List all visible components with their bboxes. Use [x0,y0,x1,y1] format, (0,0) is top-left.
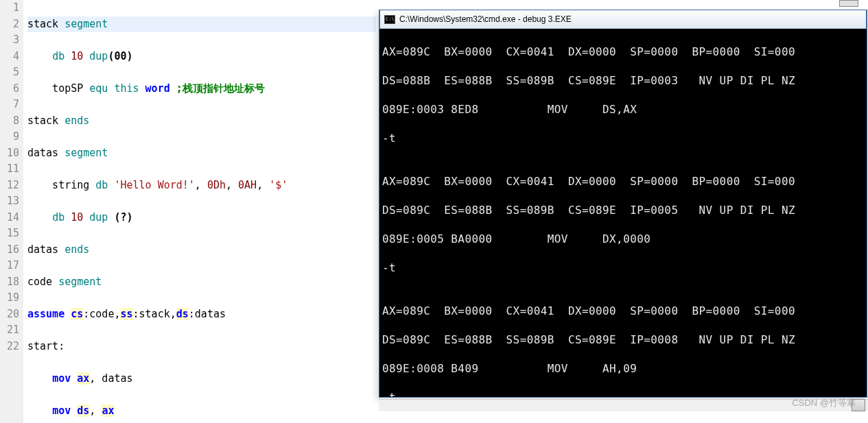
line-number: 22 [0,339,19,355]
console-line: -t [382,390,864,397]
code-editor[interactable]: 1 2 3 4 5 6 7 8 9 10 11 12 13 14 15 16 1… [0,0,376,423]
line-number: 16 [0,242,19,258]
code-line[interactable]: start: [27,339,376,355]
code-line[interactable]: stack ends [27,113,376,130]
line-number: 11 [0,161,19,178]
line-number: 8 [0,113,19,130]
console-line: 089E:0005 BA0000 MOV DX,0000 [382,232,864,246]
code-line[interactable]: db 10 dup(00) [27,49,376,65]
code-line[interactable]: code segment [27,274,376,291]
console-line: AX=089C BX=0000 CX=0041 DX=0000 SP=0000 … [382,45,864,59]
watermark-text: CSDN @竹等寒 [792,397,856,409]
close-button-fragment[interactable] [839,0,858,7]
line-number: 9 [0,129,19,145]
code-line[interactable]: stack segment [27,16,376,33]
line-number: 12 [0,178,19,194]
line-number: 10 [0,145,19,162]
code-line[interactable]: mov ax, datas [27,371,376,387]
console-line: -t [382,261,864,275]
line-number: 1 [0,0,19,16]
code-line[interactable]: assume cs:code,ss:stack,ds:datas [27,306,376,323]
cmd-titlebar[interactable]: C:\Windows\System32\cmd.exe - debug 3.EX… [379,10,867,29]
console-line: DS=089C ES=088B SS=089B CS=089E IP=0005 … [382,203,864,217]
line-number: 14 [0,210,19,226]
console-line: DS=088B ES=088B SS=089B CS=089E IP=0003 … [382,73,864,88]
line-number: 13 [0,193,19,210]
code-area[interactable]: stack segment db 10 dup(00) topSP equ th… [23,0,376,423]
console-line: 089E:0003 8ED8 MOV DS,AX [382,102,864,117]
line-number: 15 [0,226,19,242]
console-line: 089E:0008 B409 MOV AH,09 [382,361,864,376]
code-line[interactable]: mov ds, ax [27,403,376,420]
line-number: 7 [0,97,19,113]
line-number: 17 [0,258,19,274]
line-number: 21 [0,322,19,339]
code-line[interactable]: string db 'Hello Word!', 0Dh, 0AH, '$' [27,178,376,194]
line-number: 4 [0,49,19,65]
code-line[interactable]: topSP equ this word ;栈顶指针地址标号 [27,81,376,97]
line-number: 2 [0,16,19,33]
line-number: 19 [0,290,19,306]
console-line: AX=089C BX=0000 CX=0041 DX=0000 SP=0000 … [382,174,864,189]
cmd-icon [384,15,395,24]
console-line: DS=089C ES=088B SS=089B CS=089E IP=0008 … [382,333,864,347]
line-number: 18 [0,274,19,291]
line-number: 3 [0,32,19,49]
console-line: -t [382,131,864,145]
cmd-title: C:\Windows\System32\cmd.exe - debug 3.EX… [399,14,572,24]
line-number: 5 [0,64,19,81]
code-line[interactable]: datas segment [27,145,376,162]
console-line: AX=089C BX=0000 CX=0041 DX=0000 SP=0000 … [382,304,864,318]
cmd-window[interactable]: C:\Windows\System32\cmd.exe - debug 3.EX… [379,10,867,398]
cmd-console[interactable]: AX=089C BX=0000 CX=0041 DX=0000 SP=0000 … [379,29,867,397]
code-line[interactable]: db 10 dup (?) [27,210,376,226]
code-line[interactable]: datas ends [27,242,376,258]
line-number: 20 [0,306,19,323]
line-number: 6 [0,81,19,97]
line-number-gutter: 1 2 3 4 5 6 7 8 9 10 11 12 13 14 15 16 1… [0,0,23,423]
